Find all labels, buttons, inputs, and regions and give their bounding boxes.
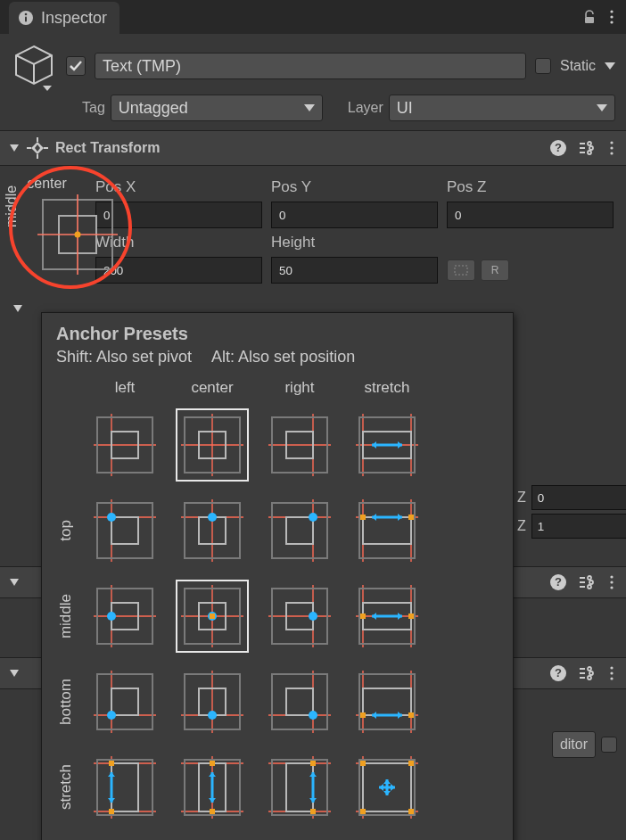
svg-rect-101 — [97, 674, 152, 729]
posz-input[interactable] — [447, 202, 614, 228]
preset-stretch-center[interactable] — [176, 751, 249, 824]
foldout-icon[interactable] — [9, 577, 20, 588]
svg-rect-117 — [359, 674, 415, 729]
icon-dropdown[interactable] — [43, 86, 52, 91]
svg-rect-75 — [408, 515, 414, 520]
gameobject-name-input[interactable] — [95, 53, 526, 79]
svg-rect-74 — [360, 515, 366, 520]
svg-point-35 — [610, 671, 613, 674]
svg-point-31 — [588, 667, 591, 671]
preset-top-right[interactable] — [263, 494, 336, 567]
posx-input[interactable] — [95, 202, 262, 228]
svg-rect-125 — [111, 763, 138, 811]
editor-checkbox[interactable] — [601, 737, 617, 753]
help-icon[interactable]: ? — [549, 664, 567, 682]
editor-button-partial[interactable]: ditor — [552, 731, 596, 758]
kebab-icon[interactable] — [606, 665, 617, 681]
preset-stretch-left[interactable] — [88, 751, 161, 824]
posy-input[interactable] — [271, 202, 438, 228]
svg-text:?: ? — [555, 666, 562, 679]
svg-point-108 — [208, 711, 217, 720]
preset-top-stretch[interactable] — [350, 494, 424, 567]
preset-top-left[interactable] — [88, 494, 161, 567]
rect-transform-header[interactable]: Rect Transform ? — [0, 130, 626, 166]
preset-bottom-center[interactable] — [176, 665, 249, 738]
preset-middle-left[interactable] — [88, 580, 161, 653]
svg-rect-112 — [286, 688, 313, 715]
static-dropdown-icon[interactable] — [605, 62, 615, 70]
svg-point-113 — [309, 711, 317, 720]
preset-middle-right[interactable] — [263, 580, 336, 653]
preset-icon[interactable] — [578, 140, 596, 156]
svg-rect-134 — [210, 809, 215, 814]
svg-rect-66 — [272, 503, 327, 558]
kebab-icon[interactable] — [606, 574, 617, 590]
layer-value: UI — [397, 99, 413, 118]
svg-point-63 — [208, 513, 217, 522]
preset-icon[interactable] — [578, 574, 596, 590]
z-input-1[interactable] — [531, 514, 626, 539]
static-toggle[interactable] — [535, 58, 551, 74]
preset-bottom-right[interactable] — [263, 665, 336, 738]
preset-bottom-left[interactable] — [88, 665, 161, 738]
preset-top-center[interactable] — [176, 494, 249, 567]
svg-rect-149 — [408, 761, 414, 766]
svg-rect-57 — [111, 517, 138, 544]
svg-point-27 — [610, 581, 613, 583]
anchor-presets-popup: Anchor Presets Shift: Also set pivot Alt… — [41, 312, 514, 840]
foldout-icon[interactable] — [9, 143, 20, 153]
preset-bottom-stretch[interactable] — [350, 665, 424, 738]
tag-value: Untagged — [119, 99, 188, 118]
svg-rect-150 — [360, 809, 366, 814]
svg-point-6 — [610, 21, 613, 23]
tab-bar: Inspector — [0, 0, 626, 34]
preset-col-header-center[interactable] — [176, 408, 249, 482]
anchor-h-label: center — [27, 176, 66, 192]
tag-layer-row: Tag Untagged Layer UI — [0, 93, 626, 130]
preset-col-header-stretch[interactable] — [350, 408, 424, 482]
preset-col-header-right[interactable] — [263, 408, 336, 482]
tab-title: Inspector — [41, 9, 107, 28]
col-label-center: center — [191, 379, 233, 397]
svg-point-58 — [107, 513, 116, 522]
width-input[interactable] — [95, 257, 262, 284]
preset-stretch-right[interactable] — [263, 751, 336, 824]
inspector-tab[interactable]: Inspector — [9, 2, 119, 34]
preset-middle-center[interactable] — [176, 580, 249, 653]
active-toggle[interactable] — [66, 56, 86, 76]
svg-rect-148 — [360, 761, 366, 766]
svg-rect-20 — [455, 266, 467, 275]
preset-stretch-stretch[interactable] — [350, 751, 424, 824]
svg-rect-119 — [360, 712, 366, 718]
blueprint-mode-button[interactable] — [447, 259, 475, 281]
raw-edit-button[interactable]: R — [481, 259, 509, 281]
z-input-0[interactable] — [531, 485, 626, 510]
tag-label: Tag — [82, 100, 105, 116]
svg-point-11 — [588, 151, 591, 154]
svg-point-33 — [588, 676, 591, 679]
gameobject-icon[interactable] — [11, 43, 57, 89]
svg-point-32 — [589, 671, 593, 675]
foldout-icon[interactable] — [9, 668, 20, 679]
help-icon[interactable]: ? — [549, 139, 567, 157]
tag-dropdown[interactable]: Untagged — [111, 95, 323, 121]
help-icon[interactable]: ? — [549, 573, 567, 591]
layer-dropdown[interactable]: UI — [389, 95, 615, 121]
preset-col-header-left[interactable] — [88, 408, 161, 482]
posx-label: Pos X — [95, 178, 262, 196]
svg-point-14 — [610, 152, 613, 154]
preset-grid: leftcenterrightstretchtopmiddlebottomstr… — [51, 375, 504, 828]
height-input[interactable] — [271, 257, 438, 284]
svg-rect-97 — [360, 614, 366, 619]
foldout-icon[interactable] — [12, 303, 23, 314]
preset-middle-stretch[interactable] — [350, 580, 424, 653]
preset-icon[interactable] — [578, 665, 596, 681]
svg-rect-141 — [310, 809, 316, 814]
lock-icon[interactable] — [581, 9, 597, 25]
posy-label: Pos Y — [271, 178, 438, 196]
anchor-preset-button[interactable]: center middle — [14, 178, 79, 276]
svg-point-13 — [610, 146, 613, 149]
kebab-icon[interactable] — [606, 140, 617, 156]
svg-rect-67 — [286, 517, 313, 544]
kebab-icon[interactable] — [606, 9, 617, 25]
